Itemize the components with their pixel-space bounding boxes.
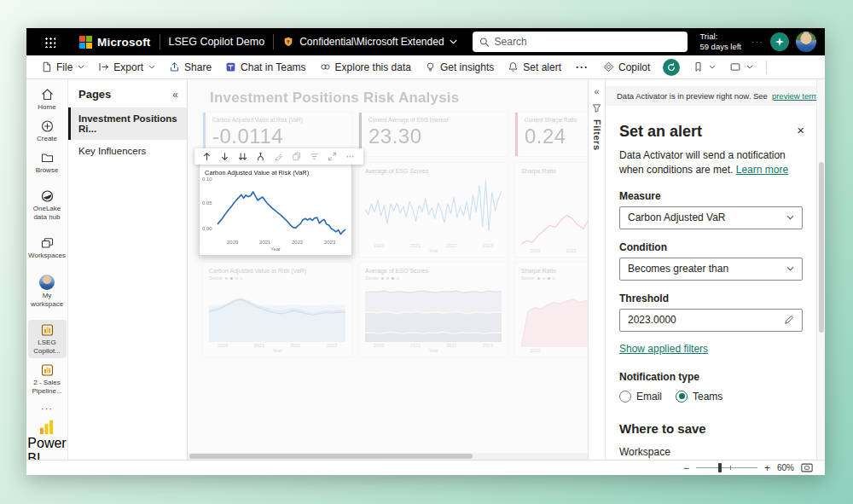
edit-pencil-icon[interactable] [784, 315, 794, 325]
chevron-down-icon [148, 65, 155, 69]
nav-item-my-workspace[interactable]: My workspace [28, 271, 67, 311]
nav-item-workspaces[interactable]: Workspaces [28, 233, 67, 263]
get-insights-button[interactable]: Get insights [419, 58, 500, 77]
filter-icon[interactable] [306, 150, 322, 163]
zoom-slider[interactable] [696, 467, 757, 468]
nav-item-browse[interactable]: Browse [28, 148, 67, 177]
view-menu[interactable] [723, 58, 759, 76]
email-radio[interactable]: Email [619, 391, 662, 403]
x-tick: 2021 [259, 240, 270, 245]
pages-panel: Pages « Investment Positions Ri... Key I… [68, 79, 188, 460]
focus-mode-icon[interactable] [324, 150, 339, 163]
power-bi-logo[interactable] [38, 419, 55, 436]
file-menu[interactable]: File [35, 58, 90, 77]
chevron-down-icon [786, 266, 794, 271]
notification-type-options: Email Teams [619, 391, 803, 403]
drill-down-icon[interactable] [217, 150, 232, 163]
close-icon[interactable]: × [797, 124, 804, 136]
set-alert-button[interactable]: Set alert [502, 58, 567, 77]
clear-selection-icon[interactable] [270, 150, 286, 163]
pages-header: Pages « [68, 79, 187, 107]
chevron-down-icon [78, 65, 84, 69]
chat-in-teams-button[interactable]: Chat in Teams [219, 58, 311, 77]
nav-item-onelake-data-hub[interactable]: OneLake data hub [28, 186, 67, 224]
threshold-field [619, 309, 803, 332]
nav-item-lseg-copilot-report[interactable]: LSEG Copilot... [28, 320, 67, 358]
more-options-icon[interactable] [342, 150, 357, 163]
report-icon [40, 363, 55, 377]
copilot-button[interactable]: Copilot [597, 58, 656, 77]
refresh-icon [666, 62, 676, 72]
zoom-in-icon[interactable]: + [764, 462, 770, 474]
kpi-value: -0.0114 [212, 125, 303, 148]
export-menu[interactable]: Export [92, 58, 161, 77]
selected-visual-var-chart[interactable]: Carbon Adjusted Value at Risk (VaR) 0.10… [199, 164, 352, 256]
share-button[interactable]: Share [163, 58, 218, 77]
bookmarks-menu[interactable] [687, 58, 722, 76]
y-tick: 0.00 [202, 226, 212, 231]
filters-pane-collapsed[interactable]: « Filters [588, 79, 606, 460]
nav-item-create[interactable]: Create [28, 116, 67, 146]
teams-radio[interactable]: Teams [676, 391, 722, 403]
trial-status: Trial: 59 days left [699, 32, 741, 52]
collapse-pages-icon[interactable]: « [172, 89, 178, 101]
workspace-avatar [39, 275, 55, 290]
left-nav-rail: Home Create Browse OneLake data hub [26, 79, 68, 460]
copy-visual-icon[interactable] [288, 150, 304, 163]
microsoft-logo[interactable]: Microsoft [79, 36, 151, 49]
chart-plot-area [218, 180, 345, 237]
refresh-button[interactable] [663, 59, 680, 76]
page-item-key-influencers[interactable]: Key Influencers [68, 140, 187, 162]
share-icon [169, 61, 180, 72]
page-item-investment-positions[interactable]: Investment Positions Ri... [68, 107, 187, 140]
drill-up-icon[interactable] [199, 150, 214, 163]
visual-header-toolbar [194, 148, 363, 165]
workspaces-icon [40, 236, 55, 250]
divider [766, 61, 767, 74]
notification-type-label: Notification type [619, 371, 803, 383]
where-to-save-heading: Where to save [619, 421, 803, 436]
lightbulb-icon [425, 61, 436, 72]
nav-item-home[interactable]: Home [28, 84, 67, 114]
canvas-horizontal-scrollbar[interactable] [188, 453, 588, 460]
preview-terms-link[interactable]: preview terms [772, 91, 816, 101]
radio-unselected-icon [619, 391, 631, 403]
zoom-percentage: 60% [777, 463, 794, 472]
top-bar: Microsoft LSEG Copilot Demo Confidential… [26, 28, 825, 55]
zoom-slider-tick [730, 466, 731, 470]
learn-more-link[interactable]: Learn more [736, 164, 788, 176]
topbar-more-icon[interactable]: ··· [751, 37, 763, 47]
workspace-title: LSEG Copilot Demo [169, 36, 265, 48]
fit-to-page-icon[interactable] [801, 463, 813, 472]
toolbar-more-icon[interactable]: ··· [569, 58, 595, 77]
alert-form: Set an alert Data Activator will send a … [606, 106, 816, 460]
zoom-slider-thumb[interactable] [718, 463, 722, 472]
condition-dropdown[interactable]: Becomes greater than [619, 258, 803, 281]
search-input[interactable] [495, 36, 682, 48]
scrollbar-thumb[interactable] [819, 162, 824, 333]
microsoft-logo-icon [79, 36, 92, 49]
zoom-out-icon[interactable]: − [683, 462, 689, 474]
panel-vertical-scrollbar[interactable] [816, 79, 825, 460]
show-applied-filters-link[interactable]: Show applied filters [619, 343, 708, 355]
explore-data-button[interactable]: Explore this data [314, 58, 417, 77]
pages-title: Pages [78, 88, 111, 101]
go-to-next-level-icon[interactable] [235, 150, 250, 163]
waffle-menu-icon[interactable] [38, 31, 61, 53]
nav-more-icon[interactable]: ··· [41, 400, 53, 417]
y-tick: 0.05 [202, 200, 212, 206]
user-avatar[interactable] [796, 32, 816, 52]
threshold-input[interactable] [628, 314, 756, 326]
measure-dropdown[interactable]: Carbon Adjusted VaR [619, 206, 803, 229]
scrollbar-thumb[interactable] [189, 454, 473, 459]
set-alert-panel: Data Activator is in preview right now. … [606, 79, 816, 460]
panel-description: Data Activator will send a notification … [619, 148, 803, 178]
workspace-field[interactable]: Workspace [619, 446, 803, 460]
expand-filters-icon[interactable]: « [594, 86, 599, 96]
nav-item-sales-pipeline-report[interactable]: 2 - Sales Pipeline... [28, 360, 67, 398]
sensitivity-label-dropdown[interactable]: Confidential\Microsoft Extended [282, 36, 456, 48]
chevron-down-icon [746, 65, 753, 69]
report-title: Investment Positions Risk Analysis [210, 90, 459, 107]
expand-all-levels-icon[interactable] [252, 150, 268, 163]
product-badge-icon[interactable] [770, 32, 789, 51]
